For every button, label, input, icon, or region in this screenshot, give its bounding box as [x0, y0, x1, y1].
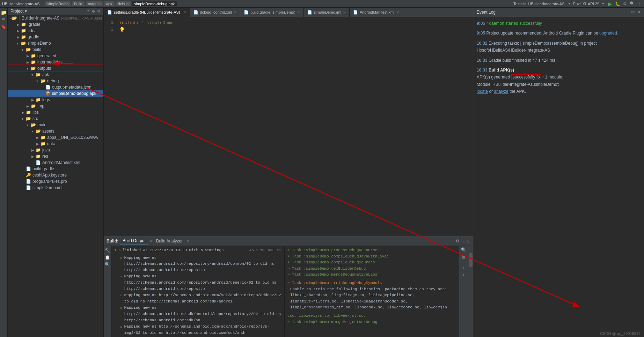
debug-button[interactable]: 🐛 [615, 1, 620, 6]
close-manifest-tab[interactable]: ✕ [396, 10, 399, 14]
tree-item-simpledemo[interactable]: ▾ 📂 simpleDemo [8, 40, 103, 46]
tree-item-assets[interactable]: ▾ 📂 assets [8, 128, 103, 134]
warning-icon-build: ⚠ [119, 247, 121, 254]
task-compileDebugSources: > Task :simpleDemo:compileDebugSources [287, 260, 456, 266]
event-text-1: * daemon started successfully [486, 21, 542, 26]
build-gradle-tab-icon: 📄 [244, 10, 249, 15]
upgraded-link[interactable]: upgraded. [599, 31, 618, 36]
lightbulb-icon[interactable]: 💡 [119, 27, 125, 33]
tree-item-main[interactable]: ▾ 📂 main [8, 122, 103, 128]
locate-link[interactable]: locate [477, 89, 488, 94]
dropdown-arrow2-icon[interactable]: ▾ [602, 1, 604, 6]
build-tool-icon-1[interactable]: 🔨 [105, 248, 110, 253]
tab-build-output[interactable]: Build Output [120, 237, 148, 245]
minimize-icon[interactable]: − [462, 239, 465, 244]
project-label: Project [10, 9, 23, 14]
tab-build-gradle[interactable]: 📄 build.gradle (simpleDemo) ✕ [240, 8, 303, 17]
tree-item-logs[interactable]: ▶ 📁 logs [8, 97, 103, 103]
strip-warning: > Task :simpleDemo:stripDebugDebugSymbol… [287, 280, 456, 286]
dcloud-tab-icon: 📄 [193, 10, 198, 15]
event-entry-3: 10:32 Executing tasks: [:simpleDemo:asse… [477, 40, 641, 54]
close-settings-tab[interactable]: ✕ [183, 10, 186, 14]
tree-item-libs[interactable]: ▶ 📁 libs [8, 109, 103, 115]
scroll-up-icon[interactable]: ↑ [463, 265, 465, 270]
event-time-1: 9:05 [477, 21, 485, 26]
sync-icon[interactable]: ⟳ [87, 9, 90, 14]
project-dropdown[interactable]: Project ▾ [10, 9, 27, 14]
build-right-tools: 🔍 🗑 ↑ ↓ [459, 246, 468, 337]
tree-item-java[interactable]: ▶ 📁 java [8, 147, 103, 153]
close-dcloud-tab[interactable]: ✕ [234, 10, 236, 14]
task-mergeNativeLibs: > Task :simpleDemo:mergeDebugNativeLibs [287, 272, 456, 278]
tree-item-gradle[interactable]: ▶ 📁 gradle [8, 34, 103, 40]
tree-item-output-metadata[interactable]: 📄 output-metadata.json [8, 84, 103, 90]
tree-item-tmp[interactable]: ▶ 📁 tmp [8, 103, 103, 109]
tree-item-gradle-dot[interactable]: ▶ 📁 .gradle [8, 21, 103, 28]
tab-debug[interactable]: debug [116, 1, 131, 6]
task-mergeExtDex: > Task :simpleDemo:mergeProjectDexDebug [287, 319, 456, 325]
scroll-down-icon[interactable]: ↓ [463, 272, 465, 277]
close-iml-tab[interactable]: ✕ [343, 10, 346, 14]
tree-item-idea[interactable]: ▶ 📁 .idea [8, 28, 103, 34]
bookmark-icon[interactable]: 🔖 [1, 24, 6, 29]
close-buildgradle-tab[interactable]: ✕ [297, 10, 300, 14]
tab-apk-file[interactable]: simpleDemo-debug.apk [132, 1, 177, 6]
build-tool-icon-2[interactable]: 📋 [105, 255, 110, 260]
editor-tabs: 📄 settings.gradle (HBuilder-Integrate-AS… [104, 8, 473, 17]
tab-outputs[interactable]: outputs [86, 1, 103, 6]
tree-item-apk-folder[interactable]: ▾ 📂 apk [8, 72, 103, 78]
build-tool-icon-3[interactable]: 🔍 [105, 262, 110, 267]
tree-item-outputs[interactable]: ▾ 📂 outputs [8, 65, 103, 72]
tab-dcloud-control[interactable]: 📄 dcloud_control.xml ✕ [190, 8, 241, 17]
project-tree: ▾ 📂 HBuilder-Integrate-AS H:\soft\HBuild… [8, 15, 103, 337]
analyze-link[interactable]: analyze [494, 89, 508, 94]
tree-item-src[interactable]: ▾ 📂 src [8, 115, 103, 122]
tree-item-apk-file[interactable]: 📦 simpleDemo-debug.apk [8, 90, 103, 97]
tree-item-build-gradle[interactable]: 📄 build.gradle [8, 166, 103, 172]
project-icon[interactable]: 📁 [1, 10, 7, 15]
run-button[interactable]: ▶ [608, 1, 612, 7]
tab-build-analyzer[interactable]: Build Analyzer [153, 237, 185, 245]
task-compileDebugJava: > Task :simpleDemo:compileDebugJavaWithJ… [287, 254, 456, 260]
settings-build-icon[interactable]: ⚙ [456, 239, 460, 244]
tree-item-build[interactable]: ▾ 📂 build ← [8, 46, 103, 53]
maximize-build-icon[interactable]: □ [468, 239, 470, 244]
tree-item-data[interactable]: ▶ 📁 data [8, 141, 103, 147]
tree-item-iml[interactable]: 📄 simpleDemo.iml [8, 185, 103, 191]
dropdown-arrow-icon[interactable]: ▾ [568, 1, 570, 6]
project-sidebar: Project ▾ ⟳ ⊖ ⚙ ▾ 📂 HBuilder-Integrate-A… [8, 8, 104, 337]
tree-root[interactable]: ▾ 📂 HBuilder-Integrate-AS H:\soft\HBuild… [8, 15, 103, 21]
build-scrollbar[interactable] [468, 246, 473, 337]
tab-simpleDemo[interactable]: simpleDemo [45, 1, 71, 6]
settings-icon[interactable]: ⚙ [623, 1, 627, 6]
tree-item-keystore[interactable]: 🔑 ceshiApp.keystore [8, 172, 103, 178]
root-folder-icon: 📂 [12, 16, 17, 21]
collapse-build-icon[interactable]: ▾ [114, 247, 117, 254]
task-mergeProjectDex: .so, libweexjss.so, libweexjst.so. [287, 313, 456, 319]
event-log-close-icon[interactable]: ✕ [637, 10, 641, 15]
tree-item-debug-folder[interactable]: ▾ 📂 debug [8, 78, 103, 84]
tab-settings-gradle[interactable]: 📄 settings.gradle (HBuilder-Integrate-AS… [104, 8, 190, 17]
tree-item-res[interactable]: ▶ 📁 res [8, 153, 103, 159]
tree-item-intermediates[interactable]: ▶ 📁 intermediates [8, 59, 103, 65]
code-editor: 1 include ':simpleDemo' 2 💡 [104, 17, 473, 236]
tree-item-generated[interactable]: ▶ 📁 generated [8, 53, 103, 59]
collapse-icon[interactable]: ⊖ [92, 9, 95, 14]
clear-icon[interactable]: 🗑 [462, 254, 466, 259]
tab-androidmanifest[interactable]: 📄 AndroidManifest.xml ✕ [350, 8, 403, 17]
structure-icon[interactable]: ☰ [2, 17, 6, 22]
watermark: CSDN @ qq_39015517 [600, 331, 641, 336]
event-log-settings-icon[interactable]: ⚙ [631, 10, 635, 15]
more-actions-icon[interactable]: ⋮ [637, 1, 641, 6]
tree-item-apps-uni[interactable]: ▶ 📁 apps__UNI_EC61035.www [8, 134, 103, 141]
settings-sidebar-icon[interactable]: ⚙ [97, 9, 101, 14]
strip-libs-2: libc++_shared.so, libgifimage.so, libima… [287, 292, 456, 299]
filter-icon[interactable]: 🔍 [461, 247, 466, 252]
tab-apk[interactable]: apk [104, 1, 115, 6]
search-icon[interactable]: 🔍 [630, 1, 635, 6]
event-time-5: 10:33 [477, 68, 488, 73]
tab-simpledemo-iml[interactable]: 📄 simpleDemo.iml ✕ [304, 8, 350, 17]
tab-build[interactable]: build [72, 1, 84, 6]
tree-item-androidmanifest[interactable]: 📄 AndroidManifest.xml [8, 159, 103, 166]
tree-item-proguard[interactable]: 📄 proguard-rules.pro [8, 178, 103, 185]
